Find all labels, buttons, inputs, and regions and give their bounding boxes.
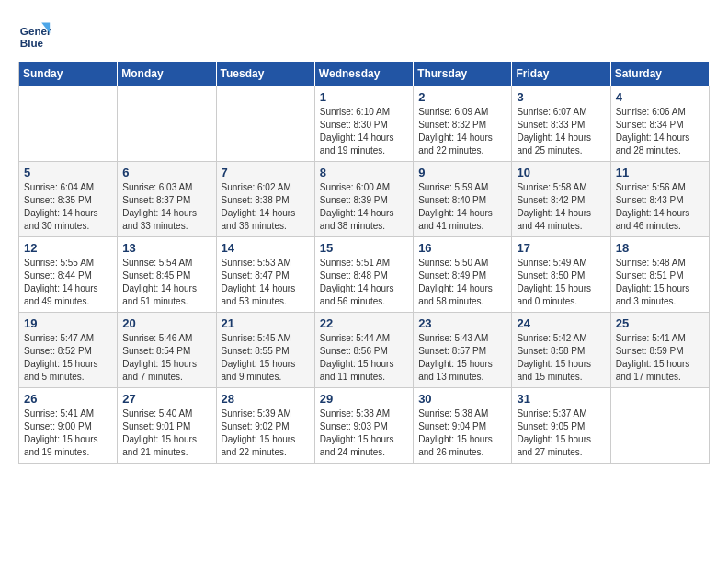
calendar-cell: 31Sunrise: 5:37 AM Sunset: 9:05 PM Dayli…	[512, 388, 610, 464]
column-header-monday: Monday	[118, 62, 216, 86]
day-content: Sunrise: 5:48 AM Sunset: 8:51 PM Dayligh…	[616, 257, 704, 308]
day-number: 1	[320, 90, 408, 104]
calendar-cell: 29Sunrise: 5:38 AM Sunset: 9:03 PM Dayli…	[314, 388, 413, 464]
day-number: 28	[222, 392, 310, 406]
day-content: Sunrise: 5:43 AM Sunset: 8:57 PM Dayligh…	[418, 332, 506, 384]
day-content: Sunrise: 5:50 AM Sunset: 8:49 PM Dayligh…	[418, 257, 506, 308]
day-content: Sunrise: 5:37 AM Sunset: 9:05 PM Dayligh…	[517, 408, 605, 459]
column-header-saturday: Saturday	[610, 62, 709, 86]
calendar-table: SundayMondayTuesdayWednesdayThursdayFrid…	[18, 61, 710, 464]
day-number: 12	[24, 241, 112, 255]
calendar-cell	[118, 86, 216, 162]
day-content: Sunrise: 6:09 AM Sunset: 8:32 PM Dayligh…	[418, 106, 506, 157]
day-number: 29	[320, 392, 408, 406]
day-content: Sunrise: 5:54 AM Sunset: 8:45 PM Dayligh…	[122, 257, 210, 308]
day-number: 19	[24, 316, 112, 330]
week-row-1: 1Sunrise: 6:10 AM Sunset: 8:30 PM Daylig…	[19, 86, 710, 162]
day-number: 21	[222, 316, 310, 330]
calendar-cell: 1Sunrise: 6:10 AM Sunset: 8:30 PM Daylig…	[314, 86, 413, 162]
week-row-3: 12Sunrise: 5:55 AM Sunset: 8:44 PM Dayli…	[19, 237, 710, 313]
day-content: Sunrise: 5:51 AM Sunset: 8:48 PM Dayligh…	[320, 257, 408, 308]
page-header: General Blue	[18, 18, 710, 52]
calendar-cell: 25Sunrise: 5:41 AM Sunset: 8:59 PM Dayli…	[610, 313, 709, 388]
day-number: 17	[517, 241, 605, 255]
day-content: Sunrise: 5:42 AM Sunset: 8:58 PM Dayligh…	[517, 332, 605, 384]
day-content: Sunrise: 5:44 AM Sunset: 8:56 PM Dayligh…	[320, 332, 408, 384]
column-header-tuesday: Tuesday	[216, 62, 314, 86]
calendar-cell: 20Sunrise: 5:46 AM Sunset: 8:54 PM Dayli…	[118, 313, 216, 388]
calendar-cell: 9Sunrise: 5:59 AM Sunset: 8:40 PM Daylig…	[414, 162, 512, 237]
day-number: 18	[616, 241, 704, 255]
day-number: 10	[517, 166, 605, 179]
calendar-cell: 10Sunrise: 5:58 AM Sunset: 8:42 PM Dayli…	[512, 162, 610, 237]
calendar-cell: 13Sunrise: 5:54 AM Sunset: 8:45 PM Dayli…	[118, 237, 216, 313]
logo-icon: General Blue	[18, 18, 51, 52]
day-content: Sunrise: 5:41 AM Sunset: 9:00 PM Dayligh…	[24, 408, 112, 459]
day-content: Sunrise: 5:58 AM Sunset: 8:42 PM Dayligh…	[517, 181, 605, 233]
day-number: 22	[320, 316, 408, 330]
day-content: Sunrise: 6:06 AM Sunset: 8:34 PM Dayligh…	[616, 106, 704, 157]
day-content: Sunrise: 5:41 AM Sunset: 8:59 PM Dayligh…	[616, 332, 704, 384]
day-content: Sunrise: 5:53 AM Sunset: 8:47 PM Dayligh…	[222, 257, 310, 308]
calendar-cell: 14Sunrise: 5:53 AM Sunset: 8:47 PM Dayli…	[216, 237, 314, 313]
day-content: Sunrise: 6:07 AM Sunset: 8:33 PM Dayligh…	[517, 106, 605, 157]
day-content: Sunrise: 5:55 AM Sunset: 8:44 PM Dayligh…	[24, 257, 112, 308]
day-number: 27	[122, 392, 210, 406]
day-content: Sunrise: 6:00 AM Sunset: 8:39 PM Dayligh…	[320, 181, 408, 233]
day-number: 13	[122, 241, 210, 255]
day-content: Sunrise: 5:56 AM Sunset: 8:43 PM Dayligh…	[616, 181, 704, 233]
week-row-5: 26Sunrise: 5:41 AM Sunset: 9:00 PM Dayli…	[19, 388, 710, 464]
svg-text:Blue: Blue	[20, 37, 44, 49]
column-header-friday: Friday	[512, 62, 610, 86]
day-number: 24	[517, 316, 605, 330]
day-number: 15	[320, 241, 408, 255]
day-number: 4	[616, 90, 704, 104]
day-number: 20	[122, 316, 210, 330]
calendar-cell: 27Sunrise: 5:40 AM Sunset: 9:01 PM Dayli…	[118, 388, 216, 464]
calendar-cell: 6Sunrise: 6:03 AM Sunset: 8:37 PM Daylig…	[118, 162, 216, 237]
day-content: Sunrise: 6:02 AM Sunset: 8:38 PM Dayligh…	[222, 181, 310, 233]
calendar-cell	[19, 86, 118, 162]
calendar-cell	[216, 86, 314, 162]
day-content: Sunrise: 5:46 AM Sunset: 8:54 PM Dayligh…	[122, 332, 210, 384]
day-content: Sunrise: 5:39 AM Sunset: 9:02 PM Dayligh…	[222, 408, 310, 459]
day-content: Sunrise: 5:38 AM Sunset: 9:04 PM Dayligh…	[418, 408, 506, 459]
calendar-cell: 8Sunrise: 6:00 AM Sunset: 8:39 PM Daylig…	[314, 162, 413, 237]
calendar-cell: 17Sunrise: 5:49 AM Sunset: 8:50 PM Dayli…	[512, 237, 610, 313]
day-number: 5	[24, 166, 112, 179]
week-row-2: 5Sunrise: 6:04 AM Sunset: 8:35 PM Daylig…	[19, 162, 710, 237]
calendar-cell: 30Sunrise: 5:38 AM Sunset: 9:04 PM Dayli…	[414, 388, 512, 464]
day-number: 2	[418, 90, 506, 104]
day-number: 25	[616, 316, 704, 330]
day-number: 9	[418, 166, 506, 179]
calendar-cell: 22Sunrise: 5:44 AM Sunset: 8:56 PM Dayli…	[314, 313, 413, 388]
calendar-cell: 7Sunrise: 6:02 AM Sunset: 8:38 PM Daylig…	[216, 162, 314, 237]
day-number: 30	[418, 392, 506, 406]
column-header-sunday: Sunday	[19, 62, 118, 86]
calendar-cell: 3Sunrise: 6:07 AM Sunset: 8:33 PM Daylig…	[512, 86, 610, 162]
week-row-4: 19Sunrise: 5:47 AM Sunset: 8:52 PM Dayli…	[19, 313, 710, 388]
day-number: 11	[616, 166, 704, 179]
day-number: 31	[517, 392, 605, 406]
day-content: Sunrise: 5:38 AM Sunset: 9:03 PM Dayligh…	[320, 408, 408, 459]
calendar-cell: 26Sunrise: 5:41 AM Sunset: 9:00 PM Dayli…	[19, 388, 118, 464]
column-header-thursday: Thursday	[414, 62, 512, 86]
calendar-cell: 19Sunrise: 5:47 AM Sunset: 8:52 PM Dayli…	[19, 313, 118, 388]
logo: General Blue	[18, 18, 57, 52]
day-content: Sunrise: 5:47 AM Sunset: 8:52 PM Dayligh…	[24, 332, 112, 384]
day-content: Sunrise: 5:40 AM Sunset: 9:01 PM Dayligh…	[122, 408, 210, 459]
calendar-cell: 4Sunrise: 6:06 AM Sunset: 8:34 PM Daylig…	[610, 86, 709, 162]
calendar-cell: 28Sunrise: 5:39 AM Sunset: 9:02 PM Dayli…	[216, 388, 314, 464]
calendar-cell: 24Sunrise: 5:42 AM Sunset: 8:58 PM Dayli…	[512, 313, 610, 388]
calendar-cell	[610, 388, 709, 464]
calendar-cell: 16Sunrise: 5:50 AM Sunset: 8:49 PM Dayli…	[414, 237, 512, 313]
day-number: 7	[222, 166, 310, 179]
day-number: 3	[517, 90, 605, 104]
calendar-cell: 12Sunrise: 5:55 AM Sunset: 8:44 PM Dayli…	[19, 237, 118, 313]
calendar-cell: 21Sunrise: 5:45 AM Sunset: 8:55 PM Dayli…	[216, 313, 314, 388]
day-number: 16	[418, 241, 506, 255]
calendar-cell: 5Sunrise: 6:04 AM Sunset: 8:35 PM Daylig…	[19, 162, 118, 237]
column-header-wednesday: Wednesday	[314, 62, 413, 86]
calendar-cell: 2Sunrise: 6:09 AM Sunset: 8:32 PM Daylig…	[414, 86, 512, 162]
calendar-cell: 18Sunrise: 5:48 AM Sunset: 8:51 PM Dayli…	[610, 237, 709, 313]
